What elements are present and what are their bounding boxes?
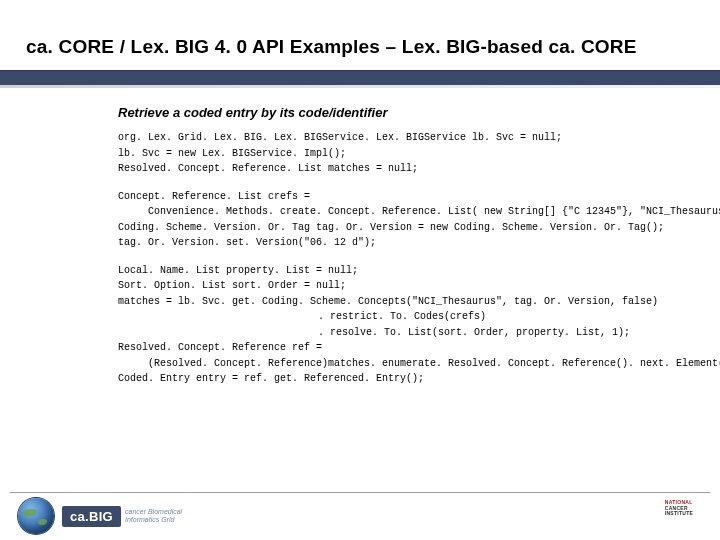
title-block: ca. CORE / Lex. BIG 4. 0 API Examples – …: [26, 36, 694, 58]
code-block: org. Lex. Grid. Lex. BIG. Lex. BIGServic…: [118, 130, 690, 387]
footer: ca.BIG cancer Biomedical Informatics Gri…: [0, 492, 720, 540]
code-line: matches = lb. Svc. get. Coding. Scheme. …: [118, 296, 658, 307]
nci-logo: NATIONAL CANCER INSTITUTE: [658, 500, 700, 532]
code-line: Coded. Entry entry = ref. get. Reference…: [118, 373, 424, 384]
code-line: . resolve. To. List(sort. Order, propert…: [118, 325, 630, 341]
code-line: lb. Svc = new Lex. BIGService. Impl();: [118, 148, 346, 159]
code-line: Coding. Scheme. Version. Or. Tag tag. Or…: [118, 222, 664, 233]
code-line: Convenience. Methods. create. Concept. R…: [118, 204, 720, 220]
nci-text: NATIONAL CANCER INSTITUTE: [665, 500, 694, 517]
cabig-label: ca.BIG: [62, 506, 121, 527]
code-line: org. Lex. Grid. Lex. BIG. Lex. BIGServic…: [118, 132, 562, 143]
globe-icon: [18, 498, 54, 534]
code-line: . restrict. To. Codes(crefs): [118, 309, 486, 325]
subtitle: Retrieve a coded entry by its code/ident…: [118, 105, 690, 120]
title-underline: [0, 70, 720, 85]
code-line: Concept. Reference. List crefs =: [118, 191, 310, 202]
content-area: Retrieve a coded entry by its code/ident…: [118, 105, 690, 387]
nci-line3: INSTITUTE: [665, 511, 694, 517]
slide: ca. CORE / Lex. BIG 4. 0 API Examples – …: [0, 0, 720, 540]
code-line: Local. Name. List property. List = null;: [118, 265, 358, 276]
slide-title: ca. CORE / Lex. BIG 4. 0 API Examples – …: [26, 36, 694, 58]
code-line: Resolved. Concept. Reference. List match…: [118, 163, 418, 174]
cabig-tagline: cancer Biomedical Informatics Grid: [125, 508, 182, 523]
code-line: Sort. Option. List sort. Order = null;: [118, 280, 346, 291]
code-line: (Resolved. Concept. Reference)matches. e…: [118, 356, 720, 372]
footer-divider: [10, 492, 710, 493]
cabig-logo: ca.BIG cancer Biomedical Informatics Gri…: [62, 502, 182, 530]
code-line: tag. Or. Version. set. Version("06. 12 d…: [118, 237, 376, 248]
code-line: Resolved. Concept. Reference ref =: [118, 342, 322, 353]
cabig-tag-line1: cancer Biomedical: [125, 508, 182, 516]
cabig-tag-line2: Informatics Grid: [125, 516, 182, 524]
